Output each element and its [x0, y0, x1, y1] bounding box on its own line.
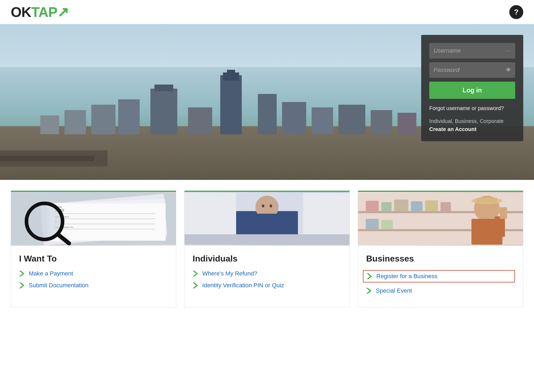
- password-input[interactable]: [429, 62, 515, 78]
- svg-point-39: [262, 204, 265, 208]
- cards-section: 1040 Label Filing Status W-9 Identificat…: [0, 180, 534, 318]
- login-button[interactable]: Log in: [429, 82, 515, 99]
- svg-rect-48: [366, 201, 379, 211]
- chevron-icon: [193, 282, 199, 288]
- svg-rect-15: [40, 115, 59, 134]
- register-business-link[interactable]: Register for a Business: [363, 270, 515, 282]
- create-account-link[interactable]: Create an Account: [429, 126, 477, 132]
- username-input[interactable]: [429, 43, 515, 59]
- submit-documentation-link[interactable]: Submit Documentation: [19, 282, 168, 289]
- forgot-link[interactable]: Forgot username or password?: [429, 104, 515, 112]
- chevron-icon: [19, 282, 25, 288]
- svg-rect-54: [366, 219, 379, 229]
- svg-rect-17: [188, 107, 212, 134]
- svg-rect-10: [258, 94, 277, 134]
- svg-rect-19: [0, 156, 94, 161]
- svg-rect-13: [338, 105, 365, 134]
- svg-rect-61: [500, 207, 507, 219]
- show-password-icon[interactable]: 👁: [506, 67, 511, 74]
- card-business-image: [358, 192, 523, 246]
- card-i-want-to-content: I Want To Make a Payment Submit Document…: [11, 246, 176, 302]
- person-image-svg: [185, 192, 349, 246]
- svg-rect-9: [64, 110, 86, 134]
- svg-rect-2: [220, 75, 242, 134]
- svg-rect-43: [185, 234, 349, 245]
- tax-image-svg: 1040 Label Filing Status W-9 Identificat…: [11, 192, 176, 246]
- card-individuals-content: Individuals Where's My Refund? Identity …: [185, 246, 349, 302]
- logo-tap: TAP: [31, 5, 57, 19]
- chevron-icon: [366, 288, 372, 294]
- identity-verification-link[interactable]: Identity Verification PIN or Quiz: [193, 282, 341, 289]
- card-tax-image: 1040 Label Filing Status W-9 Identificat…: [11, 192, 176, 246]
- logo-ok: OK: [11, 5, 31, 19]
- special-event-link[interactable]: Special Event: [366, 287, 515, 294]
- svg-rect-16: [398, 113, 416, 134]
- help-button[interactable]: ?: [509, 5, 523, 19]
- password-wrap: 👁: [429, 62, 515, 78]
- svg-rect-50: [394, 199, 408, 211]
- chevron-icon: [19, 271, 25, 277]
- svg-rect-55: [381, 220, 393, 229]
- svg-rect-8: [91, 105, 116, 134]
- svg-rect-6: [154, 85, 173, 91]
- logo-arrow: ↗: [57, 5, 69, 19]
- svg-rect-7: [118, 99, 140, 134]
- svg-rect-53: [441, 202, 451, 211]
- card-i-want-to: 1040 Label Filing Status W-9 Identificat…: [11, 191, 176, 307]
- svg-rect-49: [381, 202, 391, 211]
- wheres-my-refund-link[interactable]: Where's My Refund?: [193, 270, 341, 277]
- card-businesses-content: Businesses Register for a Business Speci…: [358, 246, 523, 307]
- svg-rect-11: [282, 102, 306, 134]
- logo: OKTAP↗: [11, 5, 69, 19]
- autofill-icon: ···: [506, 48, 511, 54]
- svg-rect-51: [411, 201, 423, 211]
- username-wrap: ···: [429, 43, 515, 59]
- card-person-image: [185, 192, 349, 246]
- chevron-icon: [367, 273, 373, 279]
- business-image-svg: [358, 192, 523, 246]
- help-icon: ?: [514, 8, 518, 16]
- svg-rect-5: [150, 89, 177, 134]
- svg-rect-23: [50, 203, 166, 241]
- svg-rect-12: [312, 107, 333, 134]
- card-individuals-title: Individuals: [193, 254, 341, 264]
- svg-rect-4: [227, 70, 235, 75]
- card-i-want-to-title: I Want To: [19, 254, 168, 264]
- create-account-section: Individual, Business, Corporate Create a…: [429, 117, 515, 133]
- card-businesses-title: Businesses: [366, 254, 515, 264]
- card-businesses: Businesses Register for a Business Speci…: [358, 191, 523, 307]
- chevron-icon: [193, 271, 199, 277]
- svg-rect-14: [371, 110, 392, 134]
- login-panel: ··· 👁 Log in Forgot username or password…: [421, 35, 523, 141]
- hero-section: ··· 👁 Log in Forgot username or password…: [0, 24, 534, 180]
- header: OKTAP↗ ?: [0, 0, 534, 24]
- make-payment-link[interactable]: Make a Payment: [19, 270, 168, 277]
- svg-rect-58: [477, 198, 497, 203]
- svg-rect-60: [495, 216, 505, 237]
- svg-rect-52: [425, 200, 438, 211]
- card-individuals: Individuals Where's My Refund? Identity …: [184, 191, 350, 307]
- svg-point-40: [270, 204, 272, 208]
